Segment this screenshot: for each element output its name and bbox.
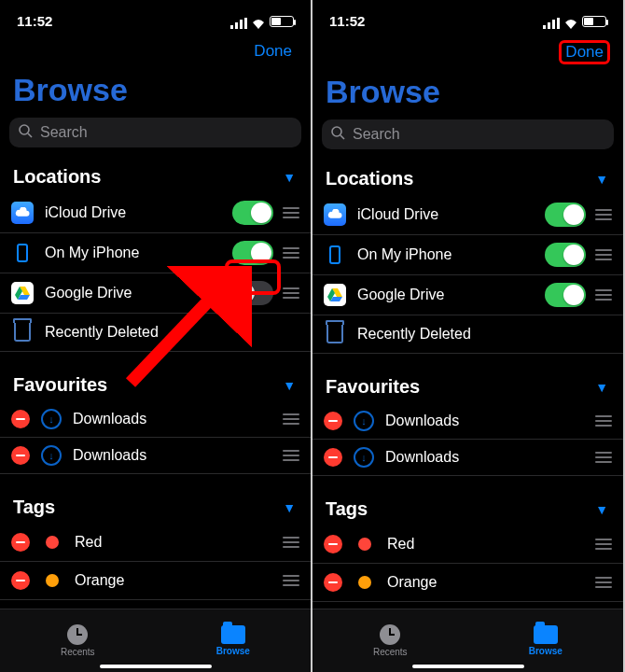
home-indicator[interactable]: [100, 665, 212, 668]
section-title: Locations: [326, 168, 413, 189]
reorder-handle-icon[interactable]: [283, 287, 299, 299]
battery-icon: [582, 16, 606, 27]
search-placeholder: Search: [40, 124, 292, 141]
toggle-googledrive[interactable]: [232, 281, 273, 305]
delete-minus-icon[interactable]: [11, 410, 30, 428]
reorder-handle-icon[interactable]: [283, 450, 299, 461]
section-header-locations[interactable]: Locations ▼: [0, 162, 311, 193]
row-label: On My iPhone: [357, 246, 534, 263]
reorder-handle-icon[interactable]: [595, 289, 612, 301]
toggle-icloud[interactable]: [545, 203, 586, 227]
section-header-tags[interactable]: Tags ▼: [312, 495, 623, 525]
tab-label: Recents: [373, 647, 408, 657]
toggle-onmyiphone[interactable]: [232, 241, 273, 265]
folder-icon: [221, 625, 245, 644]
favourite-row-downloads-1: ↓ Downloads: [312, 403, 623, 440]
reorder-handle-icon[interactable]: [595, 249, 612, 260]
tab-label: Browse: [529, 646, 562, 656]
content-list[interactable]: Locations ▼ iCloud Drive On My iPhone: [0, 162, 311, 672]
tab-recents[interactable]: Recents: [312, 609, 468, 672]
tag-row-red: Red: [312, 525, 623, 564]
toggle-icloud[interactable]: [232, 201, 273, 225]
delete-minus-icon[interactable]: [11, 571, 30, 590]
location-row-onmyiphone: On My iPhone: [0, 233, 311, 273]
delete-minus-icon[interactable]: [324, 448, 342, 467]
iphone-icon: [11, 242, 34, 264]
section-header-favourites[interactable]: Favourites ▼: [0, 371, 311, 401]
svg-line-5: [28, 133, 32, 137]
cellular-icon: [543, 16, 560, 27]
google-drive-icon: [11, 282, 34, 304]
trash-icon: [324, 323, 346, 345]
reorder-handle-icon[interactable]: [595, 415, 612, 427]
section-header-locations[interactable]: Locations ▼: [312, 164, 623, 195]
home-indicator[interactable]: [412, 665, 524, 668]
tab-bar: Recents Browse: [0, 609, 311, 672]
search-field[interactable]: Search: [9, 118, 301, 147]
reorder-handle-icon[interactable]: [595, 539, 612, 550]
cellular-icon: [230, 16, 247, 27]
nav-bar: Done: [312, 36, 623, 74]
location-row-recentlydeleted[interactable]: Recently Deleted: [0, 314, 311, 352]
delete-minus-icon[interactable]: [11, 446, 30, 465]
row-label: iCloud Drive: [45, 204, 221, 221]
status-bar: 11:52: [312, 0, 623, 36]
wifi-icon: [563, 16, 578, 27]
tab-browse[interactable]: Browse: [468, 609, 624, 672]
folder-icon: [534, 625, 558, 644]
tab-browse[interactable]: Browse: [156, 609, 312, 672]
search-icon: [19, 124, 33, 141]
toggle-onmyiphone[interactable]: [545, 243, 586, 267]
reorder-handle-icon[interactable]: [595, 577, 612, 588]
icloud-icon: [324, 203, 346, 226]
chevron-down-icon: ▼: [283, 378, 296, 393]
location-row-icloud: iCloud Drive: [312, 195, 623, 235]
tag-dot-orange: [46, 574, 59, 587]
section-title: Favourites: [13, 374, 107, 396]
search-field[interactable]: Search: [322, 119, 614, 149]
reorder-handle-icon[interactable]: [595, 209, 612, 220]
reorder-handle-icon[interactable]: [283, 537, 299, 548]
delete-minus-icon[interactable]: [324, 412, 342, 430]
row-label: Recently Deleted: [357, 326, 612, 343]
svg-point-4: [20, 125, 29, 134]
row-label: Google Drive: [45, 285, 221, 301]
section-title: Tags: [13, 497, 55, 518]
tag-dot-orange: [358, 576, 371, 589]
clock-icon: [67, 624, 88, 645]
row-label: Red: [387, 536, 584, 553]
page-title: Browse: [312, 74, 623, 119]
svg-point-15: [332, 127, 341, 136]
row-label: Orange: [387, 574, 584, 591]
svg-rect-1: [235, 22, 238, 29]
toggle-googledrive[interactable]: [545, 283, 586, 307]
row-label: Orange: [75, 572, 271, 589]
svg-rect-12: [548, 22, 550, 29]
reorder-handle-icon[interactable]: [283, 413, 299, 425]
done-button[interactable]: Done: [559, 40, 610, 64]
delete-minus-icon[interactable]: [324, 573, 342, 592]
trash-icon: [11, 321, 34, 343]
tab-label: Browse: [216, 646, 250, 656]
tab-bar: Recents Browse: [312, 609, 623, 672]
done-button[interactable]: Done: [248, 40, 298, 63]
delete-minus-icon[interactable]: [324, 535, 342, 553]
row-label: Downloads: [73, 411, 271, 427]
search-placeholder: Search: [353, 126, 604, 143]
page-title: Browse: [0, 72, 311, 118]
reorder-handle-icon[interactable]: [283, 575, 299, 586]
tab-recents[interactable]: Recents: [0, 609, 156, 672]
svg-rect-3: [244, 18, 247, 29]
content-list[interactable]: Locations ▼ iCloud Drive On My iPhone Go…: [312, 164, 623, 672]
section-title: Locations: [13, 166, 101, 188]
delete-minus-icon[interactable]: [11, 533, 30, 552]
reorder-handle-icon[interactable]: [283, 247, 299, 259]
reorder-handle-icon[interactable]: [283, 207, 299, 218]
section-header-favourites[interactable]: Favourites ▼: [312, 372, 623, 403]
chevron-down-icon: ▼: [595, 380, 608, 395]
tag-row-orange: Orange: [0, 562, 311, 600]
phone-left: 11:52 Done Browse Search Locations ▼ iCl…: [0, 0, 312, 672]
location-row-recentlydeleted[interactable]: Recently Deleted: [312, 315, 623, 354]
reorder-handle-icon[interactable]: [595, 452, 612, 463]
section-header-tags[interactable]: Tags ▼: [0, 493, 311, 524]
